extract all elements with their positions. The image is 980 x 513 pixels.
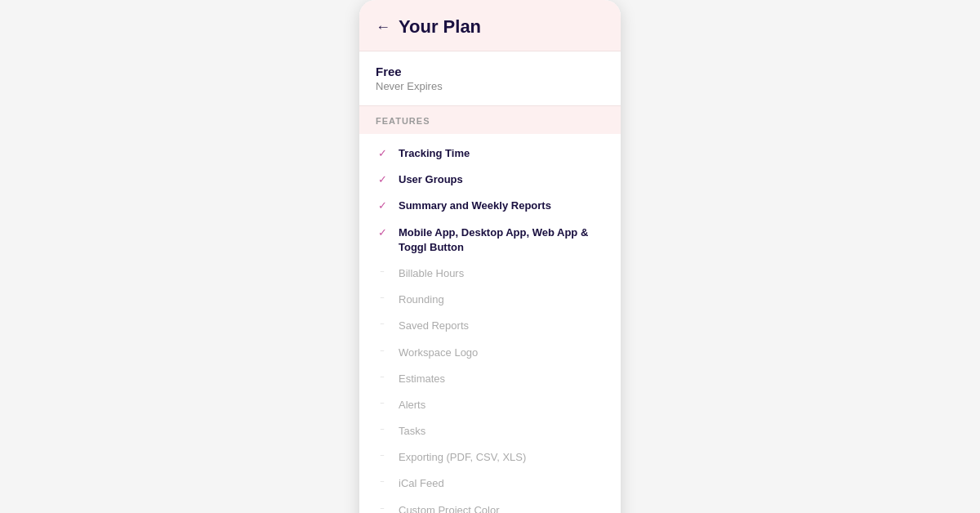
dot-icon: – [376, 372, 389, 380]
feature-text-exporting: Exporting (PDF, CSV, XLS) [399, 450, 526, 465]
dot-icon: – [376, 504, 389, 511]
feature-item-saved-reports: –Saved Reports [359, 313, 621, 339]
feature-text-billable-hours: Billable Hours [399, 266, 464, 281]
features-section: FEATURES ✓Tracking Time✓User Groups✓Summ… [359, 106, 621, 513]
plan-expiry: Never Expires [376, 80, 604, 92]
dot-icon: – [376, 293, 389, 301]
feature-item-alerts: –Alerts [359, 392, 621, 418]
feature-item-user-groups: ✓User Groups [359, 167, 621, 193]
dot-icon: – [376, 477, 389, 484]
feature-text-mobile-desktop-app: Mobile App, Desktop App, Web App & Toggl… [399, 225, 604, 255]
checkmark-icon: ✓ [376, 173, 389, 185]
checkmark-icon: ✓ [376, 226, 389, 239]
feature-text-user-groups: User Groups [399, 172, 463, 187]
feature-item-ical-feed: –iCal Feed [359, 471, 621, 497]
dot-icon: – [376, 267, 389, 274]
dot-icon: – [376, 425, 389, 432]
feature-item-exporting: –Exporting (PDF, CSV, XLS) [359, 444, 621, 471]
features-label: FEATURES [376, 116, 430, 126]
dot-icon: – [376, 399, 389, 406]
dot-icon: – [376, 451, 389, 458]
feature-item-rounding: –Rounding [359, 287, 621, 313]
feature-text-summary-weekly-reports: Summary and Weekly Reports [399, 199, 551, 213]
feature-text-alerts: Alerts [399, 398, 425, 413]
feature-text-ical-feed: iCal Feed [399, 476, 444, 491]
dot-icon: – [376, 319, 389, 327]
feature-text-custom-project-color: Custom Project Color [399, 503, 500, 513]
checkmark-icon: ✓ [376, 147, 389, 159]
dot-icon: – [376, 346, 389, 354]
feature-item-custom-project-color: –Custom Project Color [359, 497, 621, 513]
feature-item-tracking-time: ✓Tracking Time [359, 141, 621, 167]
page-title: Your Plan [399, 16, 481, 38]
features-list: ✓Tracking Time✓User Groups✓Summary and W… [359, 134, 621, 513]
checkmark-icon: ✓ [376, 199, 389, 212]
feature-item-tasks: –Tasks [359, 418, 621, 444]
feature-item-summary-weekly-reports: ✓Summary and Weekly Reports [359, 193, 621, 219]
phone-container: ← Your Plan Free Never Expires FEATURES … [359, 0, 621, 513]
feature-text-rounding: Rounding [399, 292, 444, 307]
plan-info: Free Never Expires [359, 51, 621, 106]
feature-text-tasks: Tasks [399, 424, 425, 439]
feature-text-tracking-time: Tracking Time [399, 146, 470, 161]
feature-item-estimates: –Estimates [359, 366, 621, 392]
feature-text-workspace-logo: Workspace Logo [399, 346, 478, 360]
header: ← Your Plan [359, 0, 621, 51]
screen: ← Your Plan Free Never Expires FEATURES … [359, 0, 621, 513]
feature-item-billable-hours: –Billable Hours [359, 261, 621, 287]
feature-text-estimates: Estimates [399, 372, 445, 386]
back-button[interactable]: ← [376, 19, 390, 36]
plan-name: Free [376, 65, 604, 78]
feature-item-mobile-desktop-app: ✓Mobile App, Desktop App, Web App & Togg… [359, 220, 621, 261]
features-header: FEATURES [359, 106, 621, 134]
feature-item-workspace-logo: –Workspace Logo [359, 340, 621, 366]
feature-text-saved-reports: Saved Reports [399, 319, 469, 333]
